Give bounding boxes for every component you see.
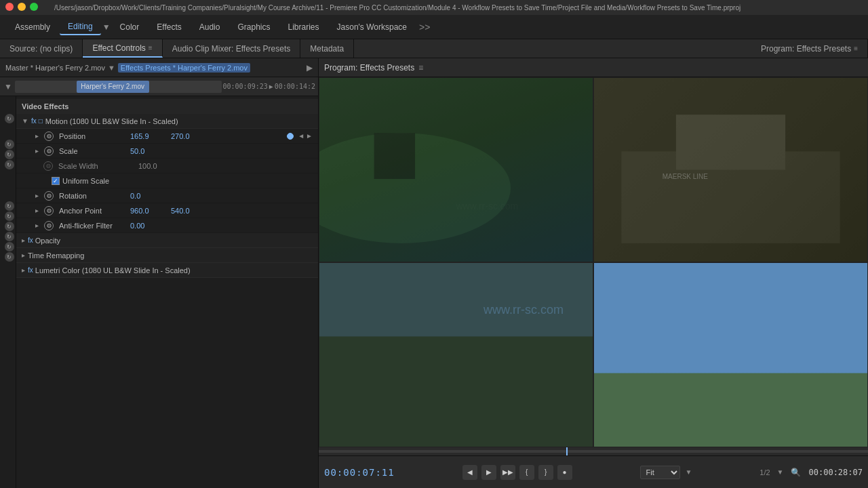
zoom-dropdown-icon: ▼ [686,468,692,476]
nav-more-button[interactable]: >> [419,22,430,33]
tab-source[interactable]: Source: (no clips) [0,39,83,58]
opacity-fx-icon: fx [28,237,33,244]
reset-lumetri-button[interactable]: ↻ [5,252,14,262]
position-stopwatch[interactable]: ◍ [44,131,54,141]
close-button[interactable] [5,3,14,11]
rotation-value[interactable]: 0.0 [130,192,171,200]
position-y-value[interactable]: 270.0 [171,132,212,140]
clip-time2: 00:00:14:2 [275,83,315,90]
time-remap-label: Time Remapping [28,251,84,260]
maximize-button[interactable] [30,3,38,11]
anchor-stopwatch[interactable]: ◍ [44,206,54,216]
tab-metadata[interactable]: Metadata [300,39,354,58]
prev-frame-button[interactable]: ◀ [462,465,477,480]
reset-opacity-button[interactable]: ↻ [5,232,14,241]
mark-in-button[interactable]: { [519,465,534,480]
antiflicker-label: Anti-flicker Filter [59,222,113,230]
scale-value[interactable]: 50.0 [130,147,171,155]
nav-libraries[interactable]: Libraries [280,20,328,35]
position-keyframe-circle[interactable] [287,133,294,140]
main-area: Master * Harper's Ferry 2.mov ▼ Effects … [0,58,868,488]
mark-out-button[interactable]: } [538,465,553,480]
tab-audio-mixer[interactable]: Audio Clip Mixer: Effects Presets [163,39,301,58]
antiflicker-value[interactable]: 0.00 [130,222,171,230]
editing-options-icon[interactable]: ▼ [102,22,111,32]
nav-workspace[interactable]: Jason's Workspace [329,20,415,35]
page-indicator: 1/2 [760,468,770,476]
program-title: Program: Effects Presets [324,63,414,73]
svg-rect-2 [374,133,415,179]
clip-icon: ▶ [307,63,313,73]
time-remap-chevron: ▸ [22,251,25,259]
nav-color[interactable]: Color [112,20,148,35]
program-duration: 00:00:28:07 [809,468,863,477]
reset-motion-button[interactable]: ↻ [5,140,14,149]
scale-chevron: ▸ [35,147,39,155]
position-nav-prev[interactable]: ◄ [298,132,304,140]
reset-antiflicker-button[interactable]: ↻ [5,222,14,231]
tab-effect-controls[interactable]: Effect Controls ≡ [83,39,162,58]
program-menu-icon[interactable]: ≡ [418,63,423,73]
next-frame-button[interactable]: ▶▶ [500,465,515,480]
rotation-chevron: ▸ [35,192,39,199]
tab-program[interactable]: Program: Effects Presets ≡ [751,39,868,58]
monitor-controls: 00:00:07:11 ◀ ▶ ▶▶ { } ● Fit 25% 50% 100… [319,455,868,488]
time-remap-header[interactable]: ▸ Time Remapping [16,248,318,263]
nav-audio[interactable]: Audio [191,20,229,35]
nav-graphics[interactable]: Graphics [229,20,278,35]
scrubber-bar[interactable] [319,447,868,455]
add-marker-button[interactable]: ● [557,465,572,480]
position-x-value[interactable]: 165.9 [130,132,171,140]
scrubber-thumb[interactable] [566,447,568,455]
source-row: Master * Harper's Ferry 2.mov ▼ Effects … [0,58,318,77]
scale-stopwatch[interactable]: ◍ [44,146,54,156]
nav-assembly[interactable]: Assembly [7,20,58,35]
position-nav-next[interactable]: ► [306,132,313,140]
effect-controls-panel: Master * Harper's Ferry 2.mov ▼ Effects … [0,58,319,488]
anchor-y-value[interactable]: 540.0 [171,207,212,215]
svg-rect-10 [594,263,867,373]
scrubber-track [319,450,868,453]
nav-editing[interactable]: Editing [60,19,101,35]
minimize-button[interactable] [18,3,26,11]
play-stop-button[interactable]: ▶ [481,465,496,480]
svg-rect-9 [319,263,593,336]
video-effects-section: Video Effects ▼ fx □ Motion (1080 UL B&W… [16,96,318,488]
zoom-select[interactable]: Fit 25% 50% 100% [640,466,680,479]
anchor-x-value[interactable]: 960.0 [130,207,171,215]
master-label: Master * Harper's Ferry 2.mov [5,64,105,72]
rotation-stopwatch[interactable]: ◍ [44,191,54,201]
reset-timeremap-button[interactable]: ↻ [5,242,14,251]
page-dropdown-icon: ▼ [777,468,784,476]
motion-group-icon: □ [39,117,43,125]
lumetri-fx-icon: fx [28,266,33,274]
antiflicker-stopwatch[interactable]: ◍ [44,221,54,230]
tab-program-icon: ≡ [854,45,858,52]
anchor-chevron: ▸ [35,207,39,214]
preset-label: Effects Presets * Harper's Ferry 2.mov [118,63,250,73]
clip-timeline-bar[interactable]: Harper's Ferry 2.mov [15,81,222,93]
scale-row: ▸ ◍ Scale 50.0 [16,144,318,159]
reset-anchor-button[interactable]: ↻ [5,211,14,221]
video-effects-header: Video Effects [16,99,318,114]
lumetri-header[interactable]: ▸ fx Lumetri Color (1080 UL B&W Slide In… [16,263,318,278]
reset-all-button[interactable]: ↻ [5,114,14,123]
position-label: Position [59,132,85,140]
zoom-icon[interactable]: 🔍 [791,468,801,477]
tl-btn-collapse[interactable]: ▼ [3,82,14,92]
motion-group-header[interactable]: ▼ fx □ Motion (1080 UL B&W Slide In - Sc… [16,114,318,129]
nav-effects[interactable]: Effects [149,20,189,35]
reset-scale-button[interactable]: ↻ [5,160,14,169]
uniform-scale-checkbox[interactable]: ✓ [52,177,60,185]
window-controls[interactable] [5,3,38,11]
monitor-cell-1 [319,77,593,262]
rotation-row: ▸ ◍ Rotation 0.0 [16,188,318,203]
reset-rotation-button[interactable]: ↻ [5,201,14,211]
scale-width-value[interactable]: 100.0 [138,162,179,170]
opacity-group-header[interactable]: ▸ fx Opacity [16,233,318,248]
uniform-scale-label: Uniform Scale [62,177,109,185]
scale-width-stopwatch[interactable]: ◍ [43,161,53,171]
program-timecode[interactable]: 00:00:07:11 [324,467,395,478]
reset-position-button[interactable]: ↻ [5,150,14,159]
lumetri-label: Lumetri Color (1080 UL B&W Slide In - Sc… [35,266,191,274]
